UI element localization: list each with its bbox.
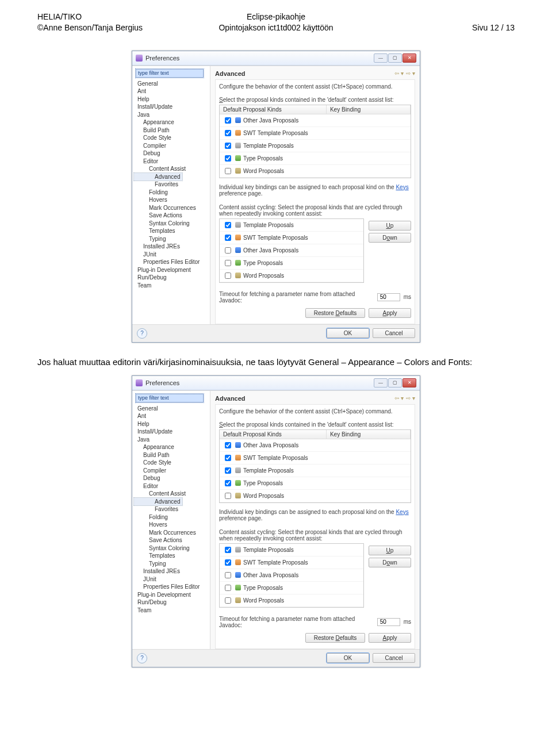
table-row[interactable]: Template Proposals	[220, 544, 363, 557]
tree-item[interactable]: Templates	[134, 552, 210, 560]
tree-item[interactable]: Appearance	[134, 118, 210, 126]
tree-item[interactable]: Java	[134, 436, 210, 444]
tree-item[interactable]: Debug	[134, 149, 210, 158]
filter-input[interactable]	[136, 69, 204, 78]
proposal-checkbox[interactable]	[225, 559, 231, 566]
tree-item[interactable]: Ant	[134, 87, 210, 95]
tree-item[interactable]: Installed JREs	[134, 567, 210, 575]
apply-button[interactable]: Apply	[369, 633, 411, 643]
tree-item[interactable]: Editor	[134, 482, 210, 490]
history-nav[interactable]: ⇦ ▾⇨ ▾	[394, 395, 415, 401]
tree-item[interactable]: General	[134, 405, 210, 413]
proposal-checkbox[interactable]	[225, 155, 231, 162]
tree-item[interactable]: Code Style	[134, 459, 210, 467]
proposal-checkbox[interactable]	[225, 547, 231, 553]
down-button[interactable]: Down	[369, 233, 411, 243]
proposal-checkbox[interactable]	[225, 442, 231, 448]
table-row[interactable]: SWT Template Proposals	[220, 557, 363, 569]
maximize-button[interactable]: ▢	[388, 53, 402, 63]
proposal-checkbox[interactable]	[225, 467, 231, 474]
proposal-checkbox[interactable]	[225, 247, 231, 254]
table-row[interactable]: Other Java Proposals	[220, 244, 363, 257]
tree-item[interactable]: Syntax Coloring	[134, 544, 210, 552]
help-icon[interactable]: ?	[137, 328, 147, 339]
table-row[interactable]: Type Proposals	[220, 477, 411, 490]
timeout-input[interactable]	[377, 293, 400, 301]
table-row[interactable]: Other Java Proposals	[220, 569, 363, 582]
tree-item[interactable]: Properties Files Editor	[134, 258, 210, 266]
tree-item[interactable]: JUnit	[134, 251, 210, 259]
table-row[interactable]: Word Proposals	[220, 270, 363, 282]
tree-item[interactable]: General	[134, 80, 210, 88]
table-row[interactable]: SWT Template Proposals	[220, 452, 411, 465]
tree-item[interactable]: Mark Occurrences	[134, 204, 210, 212]
tree-item[interactable]: Folding	[134, 513, 210, 521]
minimize-button[interactable]: —	[374, 378, 388, 387]
tree-item[interactable]: Help	[134, 420, 210, 428]
tree-item[interactable]: Syntax Coloring	[134, 220, 210, 228]
cancel-button[interactable]: Cancel	[373, 653, 415, 663]
table-row[interactable]: SWT Template Proposals	[220, 232, 363, 244]
proposal-checkbox[interactable]	[225, 480, 231, 486]
table-row[interactable]: Word Proposals	[220, 165, 411, 178]
table-row[interactable]: Template Proposals	[220, 219, 363, 232]
tree-item[interactable]: Compiler	[134, 142, 210, 150]
table-row[interactable]: Word Proposals	[220, 594, 363, 607]
proposal-checkbox[interactable]	[225, 117, 231, 124]
restore-defaults-button[interactable]: Restore Defaults	[305, 308, 365, 318]
close-button[interactable]: ✕	[402, 53, 416, 63]
tree-item[interactable]: Content Assist	[134, 490, 210, 498]
help-icon[interactable]: ?	[137, 653, 147, 663]
minimize-button[interactable]: —	[374, 53, 388, 63]
tree-item[interactable]: Team	[134, 282, 210, 290]
tree-item[interactable]: Favorites	[134, 181, 210, 189]
tree-item[interactable]: Typing	[134, 560, 210, 568]
tree-item[interactable]: Favorites	[134, 505, 210, 513]
proposal-checkbox[interactable]	[225, 572, 231, 578]
table-row[interactable]: Word Proposals	[220, 490, 411, 502]
down-button[interactable]: Down	[369, 558, 411, 567]
tree-item[interactable]: Installed JREs	[134, 243, 210, 251]
proposal-checkbox[interactable]	[225, 585, 231, 591]
tree-item[interactable]: Team	[134, 607, 210, 615]
table-row[interactable]: SWT Template Proposals	[220, 127, 411, 140]
tree-item[interactable]: Templates	[134, 227, 210, 235]
tree-item[interactable]: Help	[134, 95, 210, 103]
ok-button[interactable]: OK	[327, 328, 369, 338]
table-row[interactable]: Type Proposals	[220, 257, 363, 270]
proposal-checkbox[interactable]	[225, 273, 231, 279]
tree-item[interactable]: Content Assist	[134, 165, 210, 173]
filter-input[interactable]	[136, 394, 204, 402]
tree-item[interactable]: Build Path	[134, 126, 210, 135]
table-row[interactable]: Template Proposals	[220, 465, 411, 477]
restore-defaults-button[interactable]: Restore Defaults	[305, 633, 365, 643]
up-button[interactable]: Up	[369, 546, 411, 555]
ok-button[interactable]: OK	[327, 653, 369, 663]
tree-item[interactable]: Build Path	[134, 451, 210, 459]
proposal-checkbox[interactable]	[225, 597, 231, 604]
timeout-input[interactable]	[377, 618, 400, 626]
history-nav[interactable]: ⇦ ▾⇨ ▾	[394, 70, 415, 76]
tree-item[interactable]: Save Actions	[134, 536, 210, 544]
table-row[interactable]: Other Java Proposals	[220, 439, 411, 452]
proposal-checkbox[interactable]	[225, 455, 231, 461]
proposal-checkbox[interactable]	[225, 130, 231, 136]
close-button[interactable]: ✕	[402, 378, 416, 387]
tree-item[interactable]: Run/Debug	[134, 274, 210, 282]
tree-item[interactable]: Folding	[134, 189, 210, 197]
tree-item[interactable]: Install/Update	[134, 428, 210, 436]
tree-item[interactable]: Ant	[134, 412, 210, 420]
proposal-checkbox[interactable]	[225, 168, 231, 174]
table-row[interactable]: Other Java Proposals	[220, 114, 411, 127]
tree-item[interactable]: Run/Debug	[134, 598, 210, 607]
table-row[interactable]: Type Proposals	[220, 152, 411, 165]
table-row[interactable]: Type Proposals	[220, 582, 363, 594]
apply-button[interactable]: Apply	[369, 308, 411, 318]
tree-item[interactable]: Plug-in Development	[134, 266, 210, 274]
tree-item[interactable]: Compiler	[134, 467, 210, 475]
keys-link[interactable]: Keys	[396, 184, 408, 190]
tree-item[interactable]: Java	[134, 111, 210, 119]
tree-item[interactable]: Advanced	[134, 498, 182, 506]
tree-item[interactable]: Hovers	[134, 196, 210, 204]
tree-item[interactable]: Editor	[134, 158, 210, 166]
